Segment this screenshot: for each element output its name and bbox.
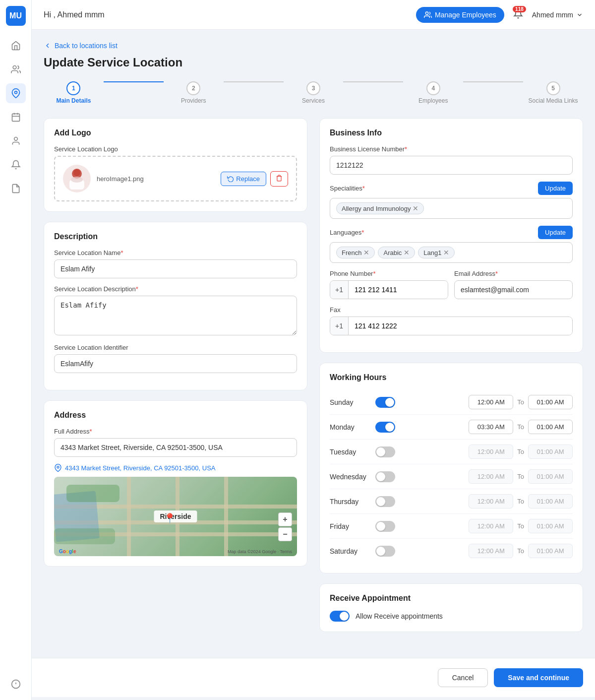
saturday-end-input bbox=[528, 544, 573, 558]
name-label: Service Location Name* bbox=[54, 249, 297, 256]
sidebar-item-location[interactable] bbox=[6, 83, 26, 103]
step-3-circle: 3 bbox=[306, 81, 320, 95]
hours-row-sunday: Sunday To bbox=[330, 390, 573, 415]
connector-1-2 bbox=[104, 81, 164, 92]
business-info-title: Business Info bbox=[330, 128, 573, 137]
identifier-label: Service Location Identifier bbox=[54, 344, 297, 351]
phone-label: Phone Number* bbox=[330, 270, 448, 277]
time-range-wednesday: To bbox=[469, 469, 573, 484]
hours-row-monday: Monday To bbox=[330, 415, 573, 440]
sidebar-item-person[interactable] bbox=[6, 131, 26, 151]
toggle-tuesday[interactable] bbox=[375, 446, 395, 457]
step-4-circle: 4 bbox=[426, 81, 440, 95]
to-label-thursday: To bbox=[517, 498, 524, 505]
sidebar-item-settings[interactable] bbox=[6, 674, 26, 694]
day-friday: Friday bbox=[330, 522, 369, 530]
add-logo-title: Add Logo bbox=[54, 128, 297, 137]
time-range-thursday: To bbox=[469, 494, 573, 509]
saturday-start-input bbox=[469, 544, 513, 558]
sidebar-item-document[interactable] bbox=[6, 179, 26, 198]
step-1: 1 Main Details bbox=[44, 81, 104, 104]
fax-input-row: +1 bbox=[330, 317, 573, 335]
phone-prefix: +1 bbox=[330, 281, 349, 299]
day-saturday: Saturday bbox=[330, 547, 369, 555]
fax-input[interactable] bbox=[349, 317, 572, 335]
remove-french-tag[interactable]: ✕ bbox=[363, 249, 369, 256]
sidebar-item-home[interactable] bbox=[6, 36, 26, 56]
to-label-monday: To bbox=[517, 423, 524, 431]
monday-end-input[interactable] bbox=[528, 420, 573, 434]
wednesday-start-input bbox=[469, 469, 513, 484]
hours-row-friday: Friday To bbox=[330, 514, 573, 539]
step-1-label: Main Details bbox=[56, 97, 91, 104]
map-area[interactable]: Riverside 📍 Google Map data ©2 bbox=[54, 477, 297, 556]
email-input[interactable] bbox=[454, 280, 573, 299]
manage-employees-button[interactable]: Manage Employees bbox=[416, 7, 504, 23]
step-4-label: Employees bbox=[418, 97, 448, 104]
email-label: Email Address* bbox=[454, 270, 573, 277]
step-3: 3 Services bbox=[284, 81, 344, 104]
toggle-thursday[interactable] bbox=[375, 496, 395, 507]
toggle-saturday[interactable] bbox=[375, 546, 395, 557]
remove-arabic-tag[interactable]: ✕ bbox=[404, 249, 410, 256]
license-input[interactable] bbox=[330, 156, 573, 175]
remove-speciality-tag[interactable]: ✕ bbox=[413, 204, 418, 212]
cancel-button[interactable]: Cancel bbox=[438, 668, 488, 687]
hours-row-wednesday: Wednesday To bbox=[330, 464, 573, 489]
thursday-end-input bbox=[528, 494, 573, 509]
sidebar: MU bbox=[0, 0, 32, 700]
svg-point-13 bbox=[71, 177, 83, 183]
toggle-monday[interactable] bbox=[375, 422, 395, 433]
toggle-receive-appointments[interactable] bbox=[330, 611, 350, 622]
user-menu[interactable]: Ahmed mmm bbox=[532, 11, 583, 19]
tuesday-start-input bbox=[469, 445, 513, 459]
specialities-update-button[interactable]: Update bbox=[538, 182, 573, 195]
hours-row-saturday: Saturday To bbox=[330, 539, 573, 563]
languages-update-button[interactable]: Update bbox=[538, 226, 573, 239]
step-2: 2 Providers bbox=[164, 81, 224, 104]
remove-lang1-tag[interactable]: ✕ bbox=[443, 249, 449, 256]
specialities-tag-field: Allergy and Immunology ✕ bbox=[330, 198, 573, 219]
hours-row-tuesday: Tuesday To bbox=[330, 440, 573, 464]
speciality-tag: Allergy and Immunology ✕ bbox=[336, 202, 424, 214]
sidebar-item-bell[interactable] bbox=[6, 155, 26, 175]
delete-logo-button[interactable] bbox=[270, 171, 288, 187]
language-tag-lang1: Lang1 ✕ bbox=[418, 247, 455, 258]
full-address-input[interactable] bbox=[54, 438, 297, 457]
map-controls: + − bbox=[278, 512, 292, 541]
to-label-tuesday: To bbox=[517, 448, 524, 455]
sidebar-item-calendar[interactable] bbox=[6, 107, 26, 127]
day-sunday: Sunday bbox=[330, 398, 369, 406]
service-location-name-input[interactable] bbox=[54, 259, 297, 278]
monday-start-input[interactable] bbox=[469, 420, 513, 434]
phone-input-row: +1 bbox=[330, 280, 448, 299]
languages-header: Languages* Update bbox=[330, 226, 573, 239]
save-continue-button[interactable]: Save and continue bbox=[494, 668, 583, 687]
back-link[interactable]: Back to locations list bbox=[44, 42, 583, 50]
sunday-end-input[interactable] bbox=[528, 395, 573, 409]
step-5-circle: 5 bbox=[546, 81, 560, 95]
service-location-identifier-input[interactable] bbox=[54, 354, 297, 373]
languages-tag-field: French ✕ Arabic ✕ Lang1 ✕ bbox=[330, 242, 573, 263]
toggle-sunday[interactable] bbox=[375, 397, 395, 408]
step-4: 4 Employees bbox=[403, 81, 463, 104]
svg-point-15 bbox=[57, 466, 59, 468]
toggle-friday[interactable] bbox=[375, 521, 395, 532]
manage-employees-icon bbox=[424, 11, 432, 19]
replace-button[interactable]: Replace bbox=[221, 172, 266, 186]
toggle-wednesday[interactable] bbox=[375, 471, 395, 482]
map-pin: 📍 bbox=[164, 512, 176, 524]
sidebar-item-users[interactable] bbox=[6, 60, 26, 79]
user-name: Ahmed mmm bbox=[532, 11, 573, 19]
service-location-desc-input[interactable]: Eslam Afify bbox=[54, 296, 297, 335]
day-wednesday: Wednesday bbox=[330, 473, 369, 481]
specialities-label: Specialities* bbox=[330, 185, 365, 192]
phone-input[interactable] bbox=[349, 281, 448, 299]
sunday-start-input[interactable] bbox=[469, 395, 513, 409]
logo-upload-area[interactable]: heroImage1.png Replace bbox=[54, 156, 297, 201]
step-5: 5 Social Media Links bbox=[523, 81, 583, 104]
map-zoom-out-button[interactable]: − bbox=[278, 527, 292, 541]
map-zoom-in-button[interactable]: + bbox=[278, 512, 292, 526]
desc-field-group: Service Location Description* Eslam Afif… bbox=[54, 285, 297, 337]
name-field-group: Service Location Name* bbox=[54, 249, 297, 278]
